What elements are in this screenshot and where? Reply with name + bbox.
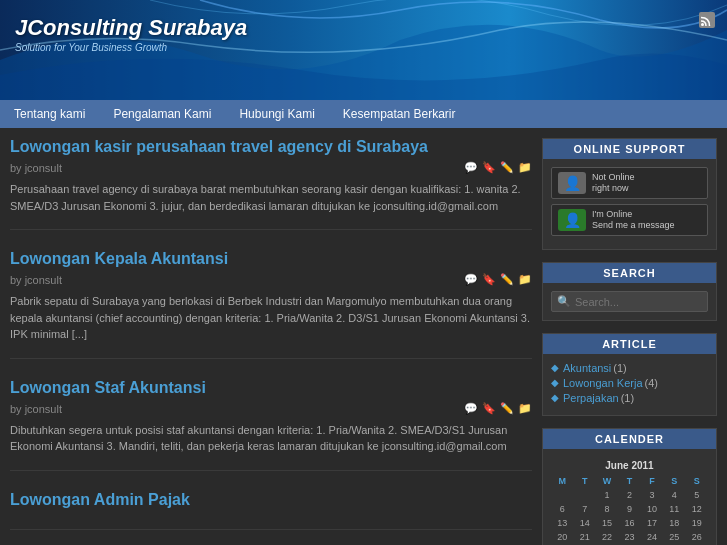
online-text: I'm Online Send me a message: [592, 209, 675, 231]
online-support-section: ONLINE SUPPORT 👤 Not Online right now 👤 …: [542, 138, 717, 250]
article-count-0: (1): [613, 362, 626, 374]
calendar-table: M T W T F S S 12345678910111213141516171…: [551, 474, 708, 545]
search-icon: 🔍: [557, 295, 571, 308]
article-link-0[interactable]: Akuntansi: [563, 362, 611, 374]
offline-icon: 👤: [558, 172, 586, 194]
post-1-excerpt: Perusahaan travel agency di surabaya bar…: [10, 181, 532, 214]
cal-th-s2: S: [686, 474, 708, 488]
article-section: ARTICLE ◆ Akuntansi (1) ◆ Lowongan Kerja…: [542, 333, 717, 416]
article-link-1[interactable]: Lowongan Kerja: [563, 377, 643, 389]
bookmark-icon-2[interactable]: 🔖: [482, 273, 496, 287]
cal-day[interactable]: 17: [641, 516, 663, 530]
cal-day[interactable]: 12: [686, 502, 708, 516]
not-online-text: Not Online right now: [592, 172, 635, 194]
cal-day[interactable]: 3: [641, 488, 663, 502]
online-button[interactable]: 👤 I'm Online Send me a message: [551, 204, 708, 236]
calendar-month: June 2011: [551, 457, 708, 474]
svg-point-2: [701, 23, 704, 26]
post-3-excerpt: Dibutuhkan segera untuk posisi staf akun…: [10, 422, 532, 455]
bookmark-icon-3[interactable]: 🔖: [482, 402, 496, 416]
cal-day[interactable]: 11: [663, 502, 685, 516]
online-support-content: 👤 Not Online right now 👤 I'm Online Send…: [543, 159, 716, 249]
nav-item-pengalaman[interactable]: Pengalaman Kami: [99, 100, 225, 128]
article-item-1: ◆ Lowongan Kerja (4): [551, 377, 708, 389]
cal-day[interactable]: 9: [618, 502, 640, 516]
post-4-title[interactable]: Lowongan Admin Pajak: [10, 491, 532, 509]
cal-day: [573, 488, 595, 502]
edit-icon[interactable]: ✏️: [500, 161, 514, 175]
post-3-author: by jconsult: [10, 403, 62, 415]
post-3: Lowongan Staf Akuntansi by jconsult 💬 🔖 …: [10, 379, 532, 471]
site-title: JConsulting Surabaya: [15, 15, 247, 41]
cal-day[interactable]: 4: [663, 488, 685, 502]
article-count-2: (1): [621, 392, 634, 404]
cal-day[interactable]: 5: [686, 488, 708, 502]
article-title: ARTICLE: [543, 334, 716, 354]
cal-day[interactable]: 2: [618, 488, 640, 502]
search-box: 🔍: [551, 291, 708, 312]
comment-icon-3[interactable]: 💬: [464, 402, 478, 416]
cal-day[interactable]: 8: [596, 502, 618, 516]
cal-day[interactable]: 25: [663, 530, 685, 544]
rss-icon[interactable]: [699, 12, 715, 28]
site-subtitle: Solution for Your Business Growth: [15, 42, 167, 53]
calendar-content: June 2011 M T W T F S S: [543, 449, 716, 545]
nav-item-kesempatan[interactable]: Kesempatan Berkarir: [329, 100, 470, 128]
cal-day[interactable]: 15: [596, 516, 618, 530]
cal-day[interactable]: 10: [641, 502, 663, 516]
cal-day[interactable]: 14: [573, 516, 595, 530]
cal-day[interactable]: 1: [596, 488, 618, 502]
post-3-title[interactable]: Lowongan Staf Akuntansi: [10, 379, 532, 397]
folder-icon-2[interactable]: 📁: [518, 273, 532, 287]
calendar-body: 1234567891011121314151617181920212223242…: [551, 488, 708, 545]
cal-day[interactable]: 19: [686, 516, 708, 530]
search-input[interactable]: [575, 296, 702, 308]
cal-day[interactable]: 13: [551, 516, 573, 530]
search-content: 🔍: [543, 283, 716, 320]
article-link-2[interactable]: Perpajakan: [563, 392, 619, 404]
content-area: Lowongan kasir perusahaan travel agency …: [10, 138, 542, 545]
cal-th-s1: S: [663, 474, 685, 488]
cal-day[interactable]: 22: [596, 530, 618, 544]
cal-day[interactable]: 18: [663, 516, 685, 530]
post-2-title[interactable]: Lowongan Kepala Akuntansi: [10, 250, 532, 268]
nav-item-hubungi[interactable]: Hubungi Kami: [225, 100, 328, 128]
edit-icon-3[interactable]: ✏️: [500, 402, 514, 416]
online-support-title: ONLINE SUPPORT: [543, 139, 716, 159]
cal-th-m: M: [551, 474, 573, 488]
cal-day[interactable]: 7: [573, 502, 595, 516]
site-header: JConsulting Surabaya Solution for Your B…: [0, 0, 727, 100]
cal-day[interactable]: 26: [686, 530, 708, 544]
calendar-title: CALENDER: [543, 429, 716, 449]
folder-icon-3[interactable]: 📁: [518, 402, 532, 416]
cal-day[interactable]: 24: [641, 530, 663, 544]
folder-icon[interactable]: 📁: [518, 161, 532, 175]
article-list: ◆ Akuntansi (1) ◆ Lowongan Kerja (4) ◆ P…: [543, 354, 716, 415]
comment-icon-2[interactable]: 💬: [464, 273, 478, 287]
article-item-0: ◆ Akuntansi (1): [551, 362, 708, 374]
post-4: Lowongan Admin Pajak: [10, 491, 532, 530]
post-1-title[interactable]: Lowongan kasir perusahaan travel agency …: [10, 138, 532, 156]
cal-th-t1: T: [573, 474, 595, 488]
edit-icon-2[interactable]: ✏️: [500, 273, 514, 287]
article-item-2: ◆ Perpajakan (1): [551, 392, 708, 404]
bullet-1: ◆: [551, 377, 559, 388]
post-2-meta: by jconsult 💬 🔖 ✏️ 📁: [10, 273, 532, 287]
post-1-author: by jconsult: [10, 162, 62, 174]
cal-day[interactable]: 6: [551, 502, 573, 516]
bookmark-icon[interactable]: 🔖: [482, 161, 496, 175]
bullet-2: ◆: [551, 392, 559, 403]
cal-day[interactable]: 21: [573, 530, 595, 544]
cal-day: [551, 488, 573, 502]
post-2: Lowongan Kepala Akuntansi by jconsult 💬 …: [10, 250, 532, 359]
nav-item-tentang[interactable]: Tentang kami: [0, 100, 99, 128]
not-online-button[interactable]: 👤 Not Online right now: [551, 167, 708, 199]
post-1-meta: by jconsult 💬 🔖 ✏️ 📁: [10, 161, 532, 175]
cal-day[interactable]: 20: [551, 530, 573, 544]
cal-day[interactable]: 16: [618, 516, 640, 530]
cal-day[interactable]: 23: [618, 530, 640, 544]
main-layout: Lowongan kasir perusahaan travel agency …: [0, 128, 727, 545]
search-title: SEARCH: [543, 263, 716, 283]
comment-icon[interactable]: 💬: [464, 161, 478, 175]
calendar-section: CALENDER June 2011 M T W T F S S: [542, 428, 717, 545]
